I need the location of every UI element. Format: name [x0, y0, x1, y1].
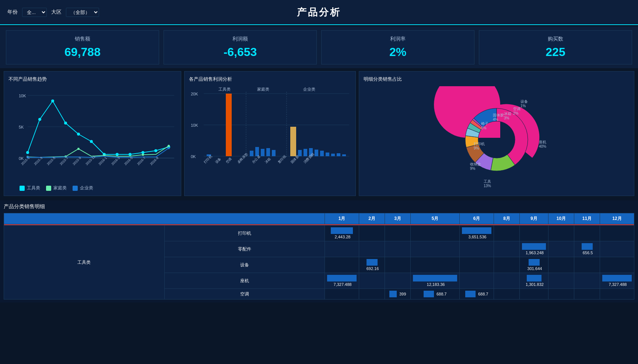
svg-text:固体胶: 固体胶: [493, 113, 504, 117]
svg-rect-58: [304, 149, 307, 156]
cell-parts-dec: [600, 241, 634, 257]
svg-text:1%: 1%: [520, 104, 526, 108]
svg-text:收纳盒: 收纳盒: [470, 162, 481, 166]
legend-biz: 企业类: [73, 185, 93, 191]
cat-tools: 工具类: [4, 225, 165, 300]
cell-desk-oct: [548, 273, 574, 289]
sub-ac: 空调: [164, 289, 325, 300]
svg-text:0K: 0K: [19, 156, 24, 161]
kpi-profit-label: 利润额: [171, 36, 309, 42]
kpi-margin-value: 2%: [329, 45, 467, 59]
svg-text:10K: 10K: [191, 123, 198, 127]
th-oct: 10月: [548, 213, 574, 224]
bar-val: 1,301.832: [526, 282, 544, 287]
svg-rect-53: [261, 149, 264, 156]
svg-text:2016-9: 2016-9: [149, 156, 159, 166]
svg-text:5K: 5K: [19, 125, 24, 129]
svg-point-7: [26, 151, 29, 154]
line-chart-wrap: 10K 5K 0K: [8, 86, 176, 182]
table-header-row: 1月 2月 3月 5月 6月 8月 9月 10月 11月 12月: [4, 213, 634, 224]
svg-text:2015-7: 2015-7: [59, 156, 69, 166]
svg-point-21: [77, 148, 80, 150]
svg-point-9: [51, 99, 54, 102]
sub-parts: 零配件: [164, 241, 325, 257]
th-dec: 12月: [600, 213, 634, 224]
svg-point-24: [168, 145, 170, 147]
legend-home-label: 家庭类: [53, 185, 67, 191]
cell-printer-dec: [600, 225, 634, 241]
year-label: 年份: [7, 9, 18, 15]
bar: [527, 275, 541, 281]
donut-chart-svg: 设备 1% 空调 2% 冰箱 3% 固体胶 4% 椅子 6% 打印机 9% 收纳…: [427, 86, 567, 189]
sub-printer: 打印机: [164, 225, 325, 241]
kpi-buyers-value: 225: [487, 45, 624, 59]
bar-chart-panel: 各产品销售利润分析 20K 10K 0K 工具类 家庭类 企业类: [184, 71, 356, 196]
donut-wrap: 设备 1% 空调 2% 冰箱 3% 固体胶 4% 椅子 6% 打印机 9% 收纳…: [364, 86, 630, 189]
th-sep: 9月: [520, 213, 548, 224]
cell-printer-sep: [520, 225, 548, 241]
cell-printer-oct: [548, 225, 574, 241]
cell-desk-aug: [494, 273, 520, 289]
svg-point-11: [77, 133, 80, 136]
sub-equip: 设备: [164, 257, 325, 273]
page-title: 产品分析: [297, 6, 341, 19]
cell-parts-sep: 1,963.248: [520, 241, 548, 257]
svg-rect-54: [266, 148, 270, 156]
year-select[interactable]: 全... 2015 2016: [22, 8, 47, 17]
line-chart-panel: 不同产品销售趋势 10K 5K 0K: [4, 71, 181, 196]
bar-val: 7,327.488: [609, 282, 627, 287]
line-chart-title: 不同产品销售趋势: [8, 76, 176, 83]
bottom-section: 产品分类销售明细 1月 2月 3月 5月 6月 8月 9月 10月 11月 12…: [0, 200, 638, 302]
bar: [465, 291, 476, 297]
cell-ac-jan: [325, 289, 359, 300]
bar-val: 7,327.488: [334, 282, 352, 287]
cell-parts-jun: [460, 241, 494, 257]
svg-text:6%: 6%: [481, 126, 487, 130]
bar-val: 1,963.248: [526, 251, 544, 255]
bar: [389, 291, 397, 297]
svg-rect-51: [250, 151, 253, 156]
svg-text:20K: 20K: [191, 92, 198, 96]
legend-biz-dot: [73, 186, 78, 191]
cell-ac-feb: [359, 289, 385, 300]
cell-printer-may: [411, 225, 460, 241]
bar-val: 688.7: [478, 292, 488, 296]
svg-point-10: [64, 122, 67, 125]
svg-rect-64: [337, 153, 340, 156]
cell-ac-mar: 399: [385, 289, 411, 300]
svg-text:设备: 设备: [214, 157, 222, 164]
kpi-margin-label: 利润率: [329, 36, 467, 42]
legend-tools-dot: [20, 186, 25, 191]
svg-text:冰箱: 冰箱: [504, 112, 511, 116]
kpi-row: 销售额 69,788 利润额 -6,653 利润率 2% 购买数 225: [0, 27, 638, 68]
cell-equip-may: [411, 257, 460, 273]
cell-printer-jun: 3,651.536: [460, 225, 494, 241]
bar: [367, 259, 378, 266]
cell-printer-jan: 2,443.28: [325, 225, 359, 241]
cell-desk-jun: [460, 273, 494, 289]
sub-desk: 座机: [164, 273, 325, 289]
bar-chart-svg: 20K 10K 0K 工具类 家庭类 企业类: [189, 86, 351, 197]
line-chart-legend: 工具类 家庭类 企业类: [8, 185, 176, 191]
kpi-sales-label: 销售额: [14, 36, 151, 42]
charts-row: 不同产品销售趋势 10K 5K 0K: [0, 68, 638, 199]
th-jan: 1月: [325, 213, 359, 224]
region-label: 大区: [51, 9, 62, 15]
svg-text:3%: 3%: [504, 116, 509, 120]
kpi-profit-value: -6,653: [171, 45, 309, 59]
cell-parts-feb: [359, 241, 385, 257]
svg-text:4%: 4%: [493, 118, 498, 122]
th-cat: [4, 213, 325, 224]
cell-desk-jan: 7,327.488: [325, 273, 359, 289]
bar: [424, 291, 434, 297]
legend-biz-label: 企业类: [80, 185, 93, 191]
th-may: 5月: [411, 213, 460, 224]
bar-chart-wrap: 20K 10K 0K 工具类 家庭类 企业类: [189, 86, 351, 182]
svg-text:桌椅床垫: 桌椅床垫: [236, 152, 249, 164]
cell-printer-mar: [385, 225, 411, 241]
th-nov: 11月: [574, 213, 600, 224]
cell-parts-oct: [548, 241, 574, 257]
cell-equip-oct: [548, 257, 574, 273]
cell-ac-nov: [574, 289, 600, 300]
region-select[interactable]: （全部）: [66, 8, 99, 17]
